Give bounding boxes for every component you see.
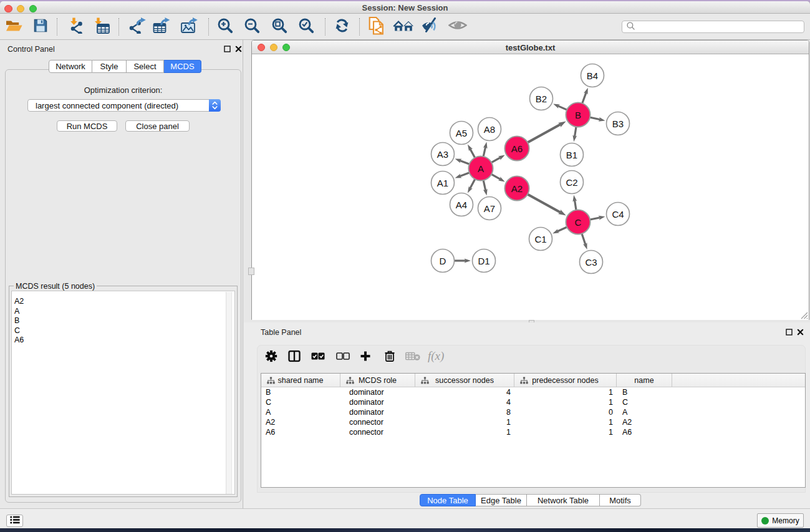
zoom-in-button[interactable] bbox=[217, 16, 233, 38]
network-graph[interactable]: B4B2BB3A5A8A6A3B1AA1C2A2A4A7C4CC1C3DD1 bbox=[252, 54, 809, 320]
edge-C-C1[interactable] bbox=[557, 227, 567, 231]
show-columns-button[interactable] bbox=[311, 352, 325, 363]
cell-shared-name[interactable]: A6 bbox=[261, 427, 340, 437]
cell-name[interactable]: A6 bbox=[617, 427, 672, 437]
export-network-button[interactable] bbox=[128, 16, 146, 38]
edge-C-C4[interactable] bbox=[591, 218, 600, 220]
cell-predecessor-nodes[interactable]: 1 bbox=[514, 417, 617, 427]
run-mcds-button[interactable]: Run MCDS bbox=[57, 120, 117, 132]
column-header-predecessor-nodes[interactable]: predecessor nodes bbox=[514, 374, 617, 387]
zoom-fit-button[interactable] bbox=[271, 16, 287, 38]
column-header-MCDS-role[interactable]: MCDS role bbox=[340, 374, 415, 387]
node-table[interactable]: shared name MCDS role successor nodes bbox=[261, 373, 806, 488]
cell-name[interactable]: C bbox=[617, 397, 672, 407]
vertical-splitter-handle[interactable] bbox=[248, 268, 254, 275]
edge-A-A6[interactable] bbox=[492, 157, 501, 162]
cell-MCDS-role[interactable]: dominator bbox=[340, 397, 415, 407]
close-icon[interactable] bbox=[235, 46, 242, 52]
resize-grip-icon[interactable] bbox=[800, 311, 808, 319]
edge-C-C3[interactable] bbox=[582, 234, 586, 245]
search-field[interactable] bbox=[622, 21, 804, 33]
cell-MCDS-role[interactable]: connector bbox=[340, 427, 415, 437]
hide-annotations-button[interactable] bbox=[422, 16, 439, 38]
memory-button[interactable]: Memory bbox=[757, 513, 804, 528]
search-input[interactable] bbox=[635, 22, 804, 32]
tab-edge-table[interactable]: Edge Table bbox=[476, 494, 527, 506]
cell-MCDS-role[interactable]: dominator bbox=[340, 407, 415, 417]
edge-A-A7[interactable] bbox=[483, 181, 486, 191]
hide-columns-button[interactable] bbox=[336, 352, 350, 363]
table-row-B[interactable]: Bdominator41B bbox=[261, 387, 805, 397]
zoom-selected-button[interactable] bbox=[298, 16, 314, 38]
cell-MCDS-role[interactable]: connector bbox=[340, 417, 415, 427]
import-network-button[interactable] bbox=[67, 16, 85, 38]
edge-A-A3[interactable] bbox=[460, 160, 469, 164]
table-row-C[interactable]: Cdominator41C bbox=[261, 397, 805, 407]
tab-style[interactable]: Style bbox=[92, 60, 127, 73]
result-scrollbar[interactable] bbox=[226, 292, 232, 495]
edge-C-C2[interactable] bbox=[575, 200, 576, 210]
tab-network-table[interactable]: Network Table bbox=[527, 494, 600, 506]
float-icon[interactable] bbox=[786, 329, 793, 336]
edge-B-B3[interactable] bbox=[591, 117, 600, 120]
mcds-result-list[interactable]: A2ABCA6 bbox=[11, 291, 235, 495]
cell-successor-nodes[interactable]: 1 bbox=[415, 417, 514, 427]
column-layout-button[interactable] bbox=[288, 351, 301, 365]
add-column-button[interactable] bbox=[360, 351, 371, 364]
cell-name[interactable]: A2 bbox=[617, 417, 672, 427]
show-panels-button[interactable] bbox=[6, 515, 23, 527]
close-icon[interactable] bbox=[797, 329, 804, 336]
result-item[interactable]: A bbox=[14, 307, 234, 317]
cell-successor-nodes[interactable]: 8 bbox=[415, 407, 514, 417]
cell-shared-name[interactable]: C bbox=[261, 397, 340, 407]
home-double-button[interactable] bbox=[393, 16, 414, 38]
cell-predecessor-nodes[interactable]: 1 bbox=[514, 387, 617, 397]
cell-predecessor-nodes[interactable]: 0 bbox=[514, 407, 617, 417]
refresh-button[interactable] bbox=[334, 16, 350, 38]
edge-A-A1[interactable] bbox=[460, 173, 469, 177]
export-image-button[interactable] bbox=[180, 16, 199, 38]
table-row-A2[interactable]: A2connector11A2 bbox=[261, 417, 805, 427]
column-header-name[interactable]: name bbox=[617, 374, 672, 387]
tab-node-table[interactable]: Node Table bbox=[420, 494, 476, 506]
result-item[interactable]: C bbox=[14, 326, 234, 336]
cell-shared-name[interactable]: A bbox=[261, 407, 340, 417]
cell-name[interactable]: A bbox=[617, 407, 672, 417]
tab-motifs[interactable]: Motifs bbox=[600, 494, 641, 506]
cell-successor-nodes[interactable]: 4 bbox=[415, 387, 514, 397]
edge-A2-C[interactable] bbox=[528, 195, 561, 213]
edge-B-B4[interactable] bbox=[582, 92, 586, 103]
cell-MCDS-role[interactable]: dominator bbox=[340, 387, 415, 397]
cell-predecessor-nodes[interactable]: 1 bbox=[514, 427, 617, 437]
cell-successor-nodes[interactable]: 4 bbox=[415, 397, 514, 407]
cell-shared-name[interactable]: A2 bbox=[261, 417, 340, 427]
table-row-A[interactable]: Adominator80A bbox=[261, 407, 805, 417]
float-icon[interactable] bbox=[224, 46, 231, 52]
export-table-button[interactable] bbox=[153, 16, 171, 38]
gear-button[interactable] bbox=[266, 351, 277, 365]
result-item[interactable]: B bbox=[14, 316, 234, 326]
criterion-select[interactable]: largest connected component (directed) bbox=[27, 99, 221, 112]
save-session-button[interactable] bbox=[32, 16, 49, 38]
close-panel-button[interactable]: Close panel bbox=[125, 120, 190, 132]
cell-name[interactable]: B bbox=[617, 387, 672, 397]
edge-A6-B[interactable] bbox=[528, 124, 561, 142]
edge-A-A5[interactable] bbox=[470, 148, 475, 157]
session-documents-button[interactable] bbox=[369, 16, 385, 38]
result-item[interactable]: A2 bbox=[14, 297, 234, 307]
column-header-successor-nodes[interactable]: successor nodes bbox=[415, 374, 514, 387]
cell-successor-nodes[interactable]: 1 bbox=[415, 427, 514, 437]
show-view-button[interactable] bbox=[448, 16, 467, 38]
open-session-button[interactable] bbox=[4, 16, 23, 38]
import-table-button[interactable] bbox=[93, 16, 110, 38]
table-row-A6[interactable]: A6connector11A6 bbox=[261, 427, 805, 437]
cell-shared-name[interactable]: B bbox=[261, 387, 340, 397]
cell-predecessor-nodes[interactable]: 1 bbox=[514, 397, 617, 407]
edge-A-A8[interactable] bbox=[483, 147, 485, 156]
result-item[interactable]: A6 bbox=[14, 336, 234, 346]
edge-A-A4[interactable] bbox=[470, 180, 475, 189]
tab-network[interactable]: Network bbox=[49, 60, 92, 73]
delete-column-button[interactable] bbox=[385, 351, 395, 365]
tab-mcds[interactable]: MCDS bbox=[164, 60, 201, 73]
edge-B-B1[interactable] bbox=[575, 127, 576, 137]
